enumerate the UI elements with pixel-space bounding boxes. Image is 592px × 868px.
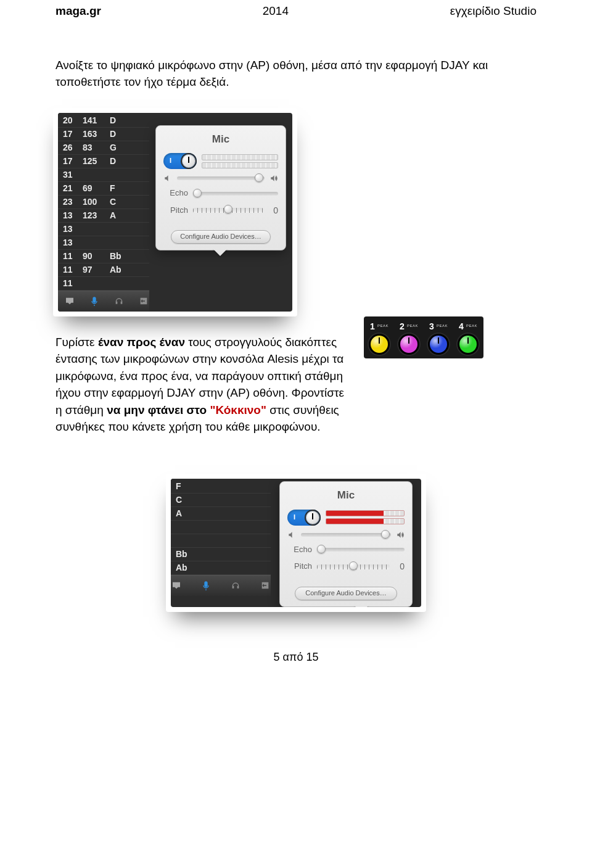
- djay-bottom-bar: [58, 291, 149, 312]
- gain-knob[interactable]: [369, 334, 390, 355]
- col-1: 11: [63, 277, 76, 289]
- list-row[interactable]: Ab: [171, 561, 271, 575]
- list-row[interactable]: 17125D: [58, 155, 149, 168]
- mic-toggle-2[interactable]: I: [287, 510, 321, 526]
- list-row[interactable]: C: [171, 494, 271, 507]
- gain-knob[interactable]: [428, 334, 449, 355]
- pitch-label-2: Pitch: [287, 561, 312, 572]
- col-1: 26: [63, 141, 76, 154]
- list-row[interactable]: 20141D: [58, 114, 149, 128]
- list-row[interactable]: [171, 534, 271, 548]
- echo-slider[interactable]: [193, 192, 278, 196]
- mic-volume-slider-2[interactable]: [301, 533, 391, 537]
- alesis-channel: 2PEAK: [398, 320, 419, 355]
- list-row[interactable]: 13123A: [58, 209, 149, 223]
- col-key: Ab: [176, 561, 200, 574]
- airplay-icon[interactable]: [64, 296, 75, 306]
- page-header: maga.gr 2014 εγχειρίδιο Studio: [56, 0, 536, 57]
- list-row[interactable]: [171, 521, 271, 534]
- mic-popover-title-2: Mic: [287, 488, 405, 503]
- mic-popover: Mic I: [155, 125, 286, 251]
- col-3: D: [110, 155, 125, 167]
- exit-icon[interactable]: [138, 296, 149, 306]
- col-1: 13: [63, 236, 76, 249]
- list-row[interactable]: F: [171, 480, 271, 494]
- screenshot-alesis-knobs: 1PEAK2PEAK3PEAK4PEAK: [364, 316, 483, 358]
- pitch-slider[interactable]: [193, 208, 263, 213]
- list-row[interactable]: A: [171, 507, 271, 521]
- volume-low-icon: [163, 174, 172, 183]
- echo-label: Echo: [163, 188, 188, 199]
- screenshot-djay-mic-idle: 20141D17163D2683G17125D312169F23100C1312…: [53, 108, 297, 316]
- paragraph-open-mic: Ανοίξτε το ψηφιακό μικρόφωνο στην (AP) ο…: [56, 57, 536, 91]
- list-row[interactable]: 13: [58, 223, 149, 236]
- peak-label: PEAK: [466, 323, 477, 329]
- exit-icon[interactable]: [260, 581, 271, 590]
- col-1: 17: [63, 155, 76, 167]
- col-2: 123: [83, 209, 104, 221]
- mic-popover-2: Mic I: [279, 481, 413, 607]
- col-2: 141: [83, 114, 104, 126]
- djay-track-list: 20141D17163D2683G17125D312169F23100C1312…: [58, 113, 149, 291]
- alesis-channel: 3PEAK: [428, 320, 449, 355]
- header-right: εγχειρίδιο Studio: [450, 2, 536, 20]
- list-row[interactable]: 13: [58, 236, 149, 250]
- col-3: Ab: [110, 263, 125, 276]
- col-2: 97: [83, 263, 104, 276]
- col-3: C: [110, 196, 125, 208]
- list-row[interactable]: 2683G: [58, 141, 149, 155]
- list-row[interactable]: Bb: [171, 548, 271, 561]
- list-row[interactable]: 31: [58, 168, 149, 182]
- channel-number: 3: [429, 320, 434, 333]
- page-number: 5 από 15: [56, 649, 536, 665]
- col-key: F: [176, 480, 200, 492]
- headphones-icon[interactable]: [230, 581, 241, 590]
- configure-audio-button[interactable]: Configure Audio Devices…: [171, 230, 271, 244]
- microphone-icon[interactable]: [200, 581, 212, 590]
- gain-knob[interactable]: [458, 334, 479, 355]
- col-1: 20: [63, 114, 76, 126]
- list-row[interactable]: 1197Ab: [58, 263, 149, 277]
- pitch-label: Pitch: [163, 205, 188, 217]
- djay-bottom-bar-2: [171, 575, 271, 596]
- col-3: G: [110, 141, 125, 154]
- col-1: 31: [63, 168, 76, 181]
- col-key: Bb: [176, 548, 200, 560]
- col-3: D: [110, 128, 125, 140]
- paragraph-turn-knobs: Γυρίστε έναν προς έναν τους στρογγυλούς …: [56, 334, 352, 436]
- list-row[interactable]: 23100C: [58, 196, 149, 209]
- peak-label: PEAK: [437, 323, 448, 329]
- djay-key-list: FCABbAb: [171, 479, 271, 575]
- airplay-icon[interactable]: [171, 581, 182, 590]
- list-row[interactable]: 2169F: [58, 182, 149, 196]
- channel-number: 1: [370, 320, 375, 333]
- col-2: 163: [83, 128, 104, 140]
- mic-volume-slider[interactable]: [177, 176, 265, 180]
- list-row[interactable]: 11: [58, 277, 149, 291]
- volume-low-icon: [287, 531, 296, 539]
- echo-label-2: Echo: [287, 544, 312, 556]
- microphone-icon[interactable]: [89, 296, 100, 306]
- pitch-value: 0: [268, 204, 278, 217]
- header-center: 2014: [263, 2, 289, 20]
- gain-knob[interactable]: [398, 334, 419, 355]
- col-1: 23: [63, 196, 76, 208]
- configure-audio-button-2[interactable]: Configure Audio Devices…: [295, 587, 397, 600]
- mic-toggle-glyph: I: [170, 156, 171, 166]
- pitch-slider-2[interactable]: [317, 564, 390, 569]
- col-1: 11: [63, 250, 76, 262]
- col-3: F: [110, 182, 125, 194]
- echo-slider-2[interactable]: [317, 548, 405, 552]
- mic-toggle[interactable]: I: [163, 153, 197, 169]
- list-row[interactable]: 17163D: [58, 128, 149, 141]
- pitch-value-2: 0: [395, 560, 405, 572]
- volume-high-icon: [396, 531, 405, 539]
- col-1: 21: [63, 182, 76, 194]
- headphones-icon[interactable]: [113, 296, 125, 306]
- mic-level-meter: [202, 154, 278, 168]
- col-key: A: [176, 507, 200, 519]
- col-2: 83: [83, 141, 104, 154]
- alesis-channel: 1PEAK: [369, 320, 390, 355]
- mic-popover-title: Mic: [163, 132, 278, 147]
- list-row[interactable]: 1190Bb: [58, 250, 149, 263]
